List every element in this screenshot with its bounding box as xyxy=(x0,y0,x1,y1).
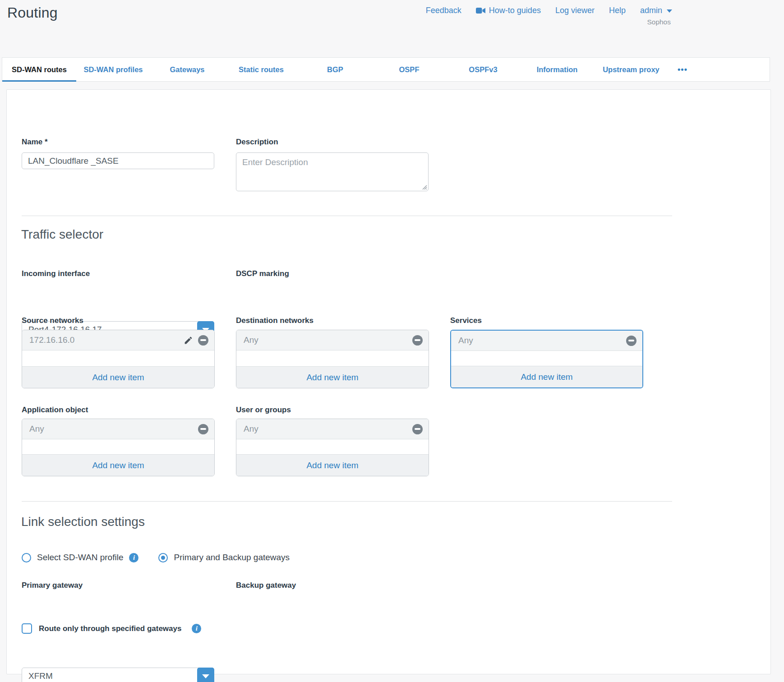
tab-ospfv3[interactable]: OSPFv3 xyxy=(446,58,520,81)
edit-icon[interactable] xyxy=(184,336,193,345)
info-icon[interactable]: i xyxy=(192,624,201,633)
list-item-value: Any xyxy=(29,424,44,434)
tab-static-routes[interactable]: Static routes xyxy=(224,58,298,81)
feedback-label: Feedback xyxy=(426,6,461,15)
remove-icon[interactable] xyxy=(412,335,423,346)
add-new-item-button[interactable]: Add new item xyxy=(22,366,214,388)
primary-gateway-value: XFRM xyxy=(28,671,53,681)
remove-icon[interactable] xyxy=(198,335,208,346)
destination-networks-label: Destination networks xyxy=(236,316,314,325)
list-item-value: Any xyxy=(458,336,473,346)
application-object-label: Application object xyxy=(22,406,88,415)
radio-label: Select SD-WAN profile xyxy=(37,553,123,562)
name-label: Name * xyxy=(22,138,48,147)
dscp-marking-label: DSCP marking xyxy=(236,269,289,278)
destination-networks-box: Any Add new item xyxy=(236,330,429,388)
remove-icon[interactable] xyxy=(412,424,423,434)
services-label: Services xyxy=(450,316,482,325)
remove-icon[interactable] xyxy=(198,424,208,434)
add-new-item-button[interactable]: Add new item xyxy=(22,454,214,476)
ellipsis-icon: ••• xyxy=(678,65,687,74)
link-selection-heading: Link selection settings xyxy=(21,515,145,529)
tab-information[interactable]: Information xyxy=(520,58,594,81)
admin-label: admin xyxy=(640,6,662,15)
user-or-groups-box: Any Add new item xyxy=(236,419,429,476)
list-body xyxy=(236,350,429,366)
remove-icon[interactable] xyxy=(626,336,636,346)
info-icon[interactable]: i xyxy=(129,553,138,562)
header-nav: Feedback How-to guides Log viewer Help a… xyxy=(426,6,672,15)
application-object-box: Any Add new item xyxy=(22,419,215,476)
list-body xyxy=(22,439,214,454)
source-networks-label: Source networks xyxy=(22,316,83,325)
section-divider xyxy=(22,501,672,502)
user-or-groups-label: User or groups xyxy=(236,406,291,415)
radio-icon-selected[interactable] xyxy=(158,553,168,562)
page-title: Routing xyxy=(7,5,58,21)
list-item: 172.16.16.0 xyxy=(22,330,214,350)
add-new-item-button[interactable]: Add new item xyxy=(451,366,642,387)
services-box: Any Add new item xyxy=(450,330,643,388)
sd-wan-route-form: Name * Description Traffic selector Inco… xyxy=(6,89,771,674)
help-link[interactable]: Help xyxy=(609,6,626,15)
admin-menu-button[interactable]: admin xyxy=(640,6,672,15)
list-body xyxy=(22,350,214,366)
tab-ospf[interactable]: OSPF xyxy=(372,58,446,81)
name-input[interactable] xyxy=(22,152,214,169)
add-new-item-button[interactable]: Add new item xyxy=(236,454,429,476)
list-item-value: Any xyxy=(244,424,258,434)
list-item: Any xyxy=(236,419,429,439)
tab-bar: SD-WAN routes SD-WAN profiles Gateways S… xyxy=(2,57,770,82)
route-only-row: Route only through specified gateways i xyxy=(22,623,201,634)
tab-upstream-proxy[interactable]: Upstream proxy xyxy=(594,58,668,81)
log-viewer-link[interactable]: Log viewer xyxy=(555,6,595,15)
list-item: Any xyxy=(236,330,429,350)
list-body xyxy=(451,351,642,366)
more-tabs-button[interactable]: ••• xyxy=(668,58,697,81)
tab-sd-wan-profiles[interactable]: SD-WAN profiles xyxy=(76,58,150,81)
video-camera-icon xyxy=(476,7,485,14)
link-selection-radio-group: Select SD-WAN profile i Primary and Back… xyxy=(22,553,290,562)
backup-gateway-label: Backup gateway xyxy=(236,581,296,590)
brand-label: Sophos xyxy=(647,18,671,26)
feedback-link[interactable]: Feedback xyxy=(426,6,461,15)
log-viewer-label: Log viewer xyxy=(555,6,595,15)
description-textarea[interactable] xyxy=(236,152,429,191)
incoming-interface-label: Incoming interface xyxy=(22,269,90,278)
list-item: Any xyxy=(22,419,214,439)
radio-icon[interactable] xyxy=(22,553,31,562)
radio-primary-and-backup-gateways[interactable]: Primary and Backup gateways xyxy=(158,553,290,562)
howto-guides-link[interactable]: How-to guides xyxy=(476,6,541,15)
list-item-value: Any xyxy=(244,335,258,345)
chevron-down-icon xyxy=(667,9,672,13)
list-item-value: 172.16.16.0 xyxy=(29,335,74,345)
howto-guides-label: How-to guides xyxy=(489,6,541,15)
radio-label: Primary and Backup gateways xyxy=(174,553,290,562)
tab-gateways[interactable]: Gateways xyxy=(150,58,224,81)
route-only-label: Route only through specified gateways xyxy=(39,624,181,633)
traffic-selector-heading: Traffic selector xyxy=(21,227,103,242)
source-networks-box: 172.16.16.0 Add new item xyxy=(22,330,215,388)
route-only-checkbox[interactable] xyxy=(22,623,32,634)
description-label: Description xyxy=(236,138,278,147)
tab-bgp[interactable]: BGP xyxy=(298,58,372,81)
radio-select-sd-wan-profile[interactable]: Select SD-WAN profile i xyxy=(22,553,138,562)
list-item: Any xyxy=(451,331,642,351)
tab-sd-wan-routes[interactable]: SD-WAN routes xyxy=(2,58,76,81)
section-divider xyxy=(22,216,672,216)
list-body xyxy=(236,439,429,454)
primary-gateway-label: Primary gateway xyxy=(22,581,83,590)
add-new-item-button[interactable]: Add new item xyxy=(236,366,429,388)
primary-gateway-select[interactable]: XFRM xyxy=(22,668,214,682)
help-label: Help xyxy=(609,6,626,15)
chevron-down-icon[interactable] xyxy=(197,668,214,682)
